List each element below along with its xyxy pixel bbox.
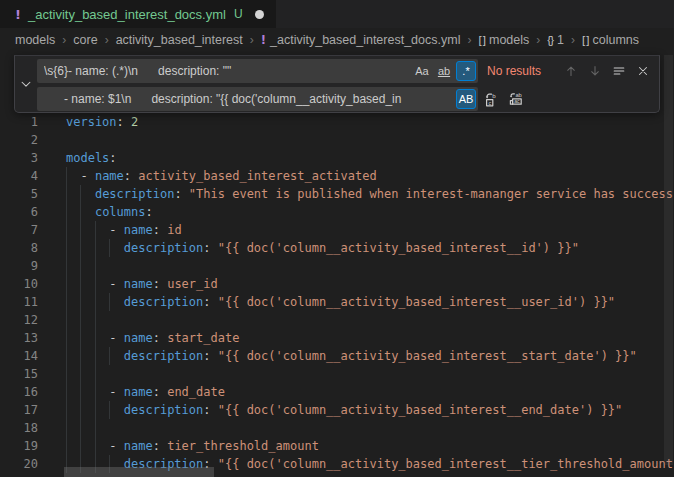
code-line[interactable]: 14 description: "{{ doc('column__activit… [0,347,674,365]
breadcrumb-item[interactable]: models [15,33,55,47]
line-number: 8 [0,239,38,257]
match-case-button[interactable]: Aa [412,61,432,81]
indent-guide [80,239,81,257]
indent-guide [66,329,67,347]
breadcrumb-separator-icon: › [105,33,109,47]
breadcrumb-separator-icon: › [536,33,540,47]
indent-guide [95,437,96,455]
indent-guide [80,275,81,293]
code-line[interactable]: 12 [0,311,674,329]
indent-guide [109,293,110,311]
breadcrumb-item[interactable]: core [73,33,97,47]
breadcrumb-item[interactable]: [ ]columns [582,33,639,47]
tab-active-file[interactable]: ! _activity_based_interest_docs.yml U [0,0,276,28]
preserve-case-button[interactable]: AB [456,89,476,109]
breadcrumb-separator-icon: › [250,33,254,47]
close-button[interactable] [632,61,653,82]
code-line[interactable]: 9 [0,257,674,275]
indent-guide [95,239,96,257]
line-number: 14 [0,347,38,365]
code-line[interactable]: 3models: [0,149,674,167]
previous-match-button[interactable] [560,61,581,82]
yaml-file-icon: ! [261,33,266,47]
indent-guide [80,419,81,437]
indent-guide [95,221,96,239]
array-symbol-icon: [ ] [582,34,589,46]
tab-title: _activity_based_interest_docs.yml [28,7,226,22]
chevron-down-icon [19,77,33,91]
replace-input[interactable]: - name: $1\n description: "{{ doc('colum… [37,87,478,111]
code-line[interactable]: 17 description: "{{ doc('column__activit… [0,401,674,419]
code-line[interactable]: 18 [0,419,674,437]
whole-word-button[interactable]: ab [434,61,454,81]
unsaved-changes-dot-icon[interactable] [255,10,264,19]
indent-guide [95,329,96,347]
line-number: 18 [0,419,38,437]
code-line[interactable]: 2 [0,131,674,149]
line-content: description: "This event is published wh… [66,185,673,203]
editor-code-area[interactable]: 1version: 223models:4 - name: activity_b… [0,113,674,473]
svg-text:c: c [488,100,491,106]
replace-icon: b c [484,91,500,107]
indent-guide [80,383,81,401]
horizontal-scrollbar[interactable] [64,467,214,477]
indent-guide [95,257,96,275]
breadcrumb-separator-icon: › [467,33,471,47]
breadcrumb-item[interactable]: !_activity_based_interest_docs.yml [261,33,461,47]
line-content: version: 2 [66,113,138,131]
indent-guide [80,203,81,221]
line-number: 4 [0,167,38,185]
breadcrumb-item[interactable]: [ ]models [478,33,529,47]
indent-guide [95,365,96,383]
code-line[interactable]: 13 - name: start_date [0,329,674,347]
line-number: 11 [0,293,38,311]
code-line[interactable]: 16 - name: end_date [0,383,674,401]
breadcrumb-item[interactable]: activity_based_interest [116,33,243,47]
indent-guide [80,221,81,239]
indent-guide [66,185,67,203]
code-line[interactable]: 15 [0,365,674,383]
code-line[interactable]: 6 columns: [0,203,674,221]
next-match-button[interactable] [584,61,605,82]
line-content: - name: end_date [66,383,225,401]
code-line[interactable]: 10 - name: user_id [0,275,674,293]
svg-text:b: b [492,92,496,99]
code-line[interactable]: 5 description: "This event is published … [0,185,674,203]
indent-guide [95,401,96,419]
code-line[interactable]: 7 - name: id [0,221,674,239]
replace-all-button[interactable]: ab ac [505,89,526,110]
indent-guide [95,293,96,311]
results-count-label: No results [487,64,541,78]
find-input[interactable]: \s{6}- name: (.*)\n description: "" Aa a… [37,59,478,83]
arrow-up-icon [564,64,578,78]
indent-guide [80,365,81,383]
indent-guide [95,275,96,293]
code-line[interactable]: 4 - name: activity_based_interest_activa… [0,167,674,185]
replace-input-value: - name: $1\n description: "{{ doc('colum… [44,92,454,106]
line-number: 5 [0,185,38,203]
code-line[interactable]: 19 - name: tier_threshold_amount [0,437,674,455]
replace-button[interactable]: b c [481,89,502,110]
vertical-scrollbar[interactable] [664,55,673,465]
indent-guide [80,257,81,275]
find-in-selection-button[interactable] [608,61,629,82]
line-number: 9 [0,257,38,275]
regex-button[interactable]: .* [456,61,476,81]
indent-guide [95,311,96,329]
breadcrumb-label: 1 [557,33,564,47]
indent-guide [66,401,67,419]
selection-lines-icon [612,64,626,78]
indent-guide [66,167,67,185]
code-line[interactable]: 11 description: "{{ doc('column__activit… [0,293,674,311]
tab-bar: ! _activity_based_interest_docs.yml U [0,0,674,28]
indent-guide [66,437,67,455]
toggle-replace-button[interactable] [15,56,37,112]
indent-guide [66,203,67,221]
find-input-value: \s{6}- name: (.*)\n description: "" [44,64,410,78]
line-number: 17 [0,401,38,419]
code-line[interactable]: 8 description: "{{ doc('column__activity… [0,239,674,257]
array-symbol-icon: [ ] [478,34,485,46]
line-content: - name: user_id [66,275,218,293]
breadcrumb-item[interactable]: {}1 [547,33,564,47]
code-line[interactable]: 1version: 2 [0,113,674,131]
